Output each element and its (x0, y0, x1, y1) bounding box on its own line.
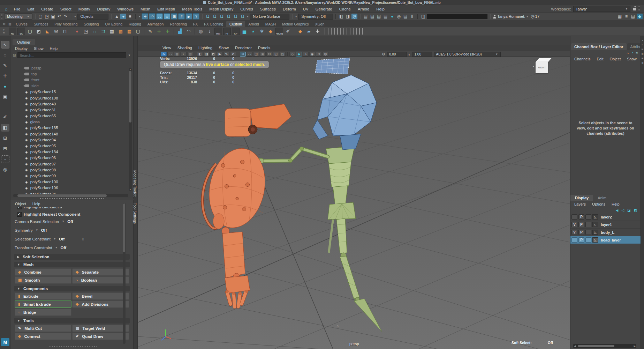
snap-curve-icon[interactable]: ◠ (149, 13, 156, 20)
layer-color-swatch[interactable]: ◺ (592, 222, 598, 227)
command-input[interactable] (427, 14, 487, 19)
viewport-menu-item[interactable]: Show (215, 45, 232, 51)
menu-item[interactable]: Select (57, 6, 75, 12)
shadows-icon[interactable]: ⊙ (316, 52, 322, 57)
outliner-item[interactable]: ◈ polySurface15 (10, 89, 128, 95)
open-scene-icon[interactable]: ◳ (44, 14, 50, 19)
layer-color-swatch[interactable]: ◺ (592, 214, 598, 220)
lock-icon[interactable] (633, 8, 636, 10)
menu-item[interactable]: Curves (237, 6, 256, 12)
toolkit-button[interactable]: ◆Bevel (72, 292, 129, 300)
pen-tool-icon[interactable]: ✐ (1, 113, 9, 121)
shelf-tab[interactable]: Poly Modeling (51, 21, 81, 27)
shelf-frame-icon[interactable]: ◳ (82, 28, 90, 35)
outliner-item[interactable]: ◈ polySurface99 (10, 173, 128, 179)
layer-color-swatch[interactable]: ◺ (592, 230, 598, 235)
shelf-pencil-icon[interactable]: ✎ (146, 28, 154, 35)
shelf-selector[interactable]: ▼▤ (3, 29, 5, 34)
toolkit-button[interactable]: ◔Boolean (72, 276, 129, 284)
layer-row[interactable]: P ◺ layer2 (570, 213, 641, 221)
node-network-icon[interactable]: ∴ (627, 51, 629, 56)
viewport-menu-item[interactable]: Lighting (195, 45, 215, 51)
outliner-item[interactable]: ◈ polySurface134 (10, 149, 128, 155)
mesh-section[interactable]: ▼ Mesh (14, 262, 130, 267)
sidebar-toggle-icon[interactable]: ◆ (637, 14, 643, 19)
outliner-item[interactable]: ◈ side (10, 83, 128, 89)
new-scene-icon[interactable]: ▢ (38, 14, 44, 19)
shelf-tab[interactable]: UV Editing (102, 21, 126, 27)
move-tool-icon[interactable]: ✛ (1, 72, 9, 80)
layer-row[interactable]: V P ◺ layer1 (570, 221, 641, 229)
modeling-toolkit-side-tab[interactable]: Modeling Toolkit (133, 170, 137, 196)
toolkit-button[interactable]: ◈Combine (15, 268, 71, 276)
speed-dial-icon[interactable]: ◔ (631, 51, 633, 56)
shelf-plain-grid-icon[interactable]: ▢ (134, 28, 142, 35)
shelf-tab[interactable]: Animation (144, 21, 167, 27)
snap-point-icon[interactable]: ◡ (156, 13, 163, 20)
shelf-orange-box-icon[interactable]: ◆ (267, 28, 274, 35)
tab-scroll-right-icon[interactable]: ▸ (642, 43, 643, 46)
outliner-item[interactable]: ◈ glass (10, 119, 128, 125)
use-lights-icon[interactable]: ◉ (309, 52, 315, 57)
shelf-tab[interactable]: Rendering (167, 21, 190, 27)
layer-visibility-toggle[interactable] (571, 214, 577, 220)
select-hierarchy-icon[interactable]: ▲ (114, 14, 120, 19)
panel-splitter[interactable] (49, 346, 98, 347)
components-section[interactable]: ▼ Components (14, 286, 130, 291)
marquee-icon[interactable]: ▭ (167, 52, 173, 57)
panel-splitter[interactable] (40, 198, 105, 199)
shelf-fillgrid-button[interactable]: FillGrid (275, 28, 283, 35)
shelf-hook-icon[interactable]: ◠ (185, 28, 192, 35)
render-frame-icon[interactable]: ▤ (363, 14, 369, 19)
outliner-menu-item[interactable]: Help (47, 46, 61, 51)
shelf-envelope-icon[interactable]: ✉ (52, 28, 60, 35)
snap-grid-icon[interactable]: ✛ (142, 13, 148, 20)
layer-playback-toggle[interactable]: P (578, 237, 584, 243)
outliner-item[interactable]: ◈ polySurface96 (10, 155, 128, 161)
attribute-editor-tab[interactable]: Attribute E (627, 43, 641, 50)
grid-toggle-icon[interactable]: ⊞ (240, 52, 246, 57)
checkbox-checked-icon[interactable]: ✔ (17, 212, 22, 217)
tab-scroll-left-icon[interactable]: ◂ (642, 39, 643, 41)
shelf-window-icon[interactable]: ▢ (26, 28, 34, 35)
toolkit-button[interactable]: ▮Extrude (15, 292, 71, 300)
soft-selection-section[interactable]: ▶ Soft Selection (14, 254, 130, 260)
current-tool-icon[interactable]: ▫ (1, 155, 9, 163)
menu-item[interactable]: Help (373, 6, 388, 12)
exposure-field[interactable]: 0.00 (387, 52, 407, 57)
channel-box-tab[interactable]: Channel Box / Layer Editor (571, 43, 627, 50)
input-connections-icon[interactable]: ▶ (185, 13, 192, 20)
layer-editor-menu-item[interactable]: Help (608, 201, 623, 207)
render-settings-icon[interactable]: ▤ (376, 14, 382, 19)
render-view-icon[interactable]: ● (389, 14, 395, 19)
toolkit-button[interactable]: ▦Smooth (15, 276, 71, 284)
tool-settings-side-tab[interactable]: Tool Settings (133, 203, 137, 224)
outliner-item[interactable]: ◈ polySurface135 (10, 125, 128, 131)
resolution-gate-icon[interactable]: ◫ (253, 52, 259, 57)
graph-icon[interactable]: ≈ (636, 51, 638, 56)
toolkit-vscrollbar[interactable] (123, 203, 126, 344)
texture-sphere-icon[interactable]: ▨ (187, 52, 193, 57)
shelf-panel-grid-icon[interactable]: ▦ (108, 28, 116, 35)
workspace-dropdown[interactable]: Tanya*▼ (573, 6, 630, 12)
move-layer-down-icon[interactable]: ◁ (621, 208, 624, 212)
right-panel-hscrollbar[interactable]: ◀▶ (573, 344, 636, 348)
shelf-teal-chart-icon[interactable]: ▅ (241, 28, 248, 35)
select-object-icon[interactable]: ● (120, 14, 126, 19)
render-region-icon[interactable]: ▦ (174, 52, 180, 57)
outliner-item[interactable]: ◈ polySurface108 (10, 95, 128, 101)
layer-display-toggle[interactable] (585, 214, 591, 220)
shelf-dashed-grid-icon[interactable]: ▩ (117, 28, 124, 35)
shelf-hist-button[interactable]: Hist (214, 28, 222, 35)
outliner-vscrollbar[interactable]: ▲▼ (129, 68, 132, 191)
shelf-ft-button[interactable]: FT (223, 28, 231, 35)
shelf-bc-button[interactable]: BC (17, 28, 25, 35)
channel-box-menu-item[interactable]: Object (606, 56, 624, 62)
panel-layout-icon[interactable]: ▦ (617, 14, 623, 19)
toolkit-dropdown-row[interactable]: Transform Constraint ▼ Off (10, 243, 133, 252)
shelf-gear-icon[interactable]: ⚙ (1, 22, 7, 27)
toolkit-button[interactable]: ✎Multi-Cut (15, 325, 71, 332)
grease-pencil-icon[interactable]: ✎ (223, 52, 229, 57)
channel-box-menu-item[interactable]: Edit (593, 56, 606, 62)
new-layer-icon[interactable]: ◩ (634, 208, 637, 212)
